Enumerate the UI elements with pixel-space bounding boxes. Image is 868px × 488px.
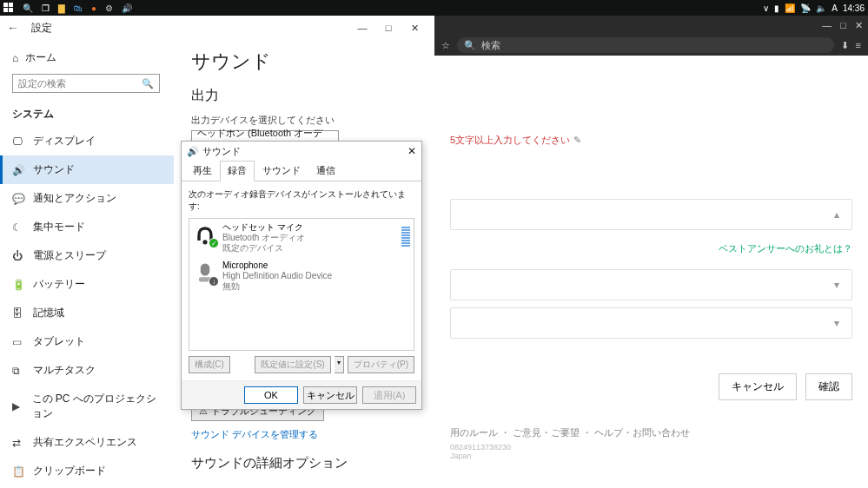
battery-icon: 🔋 (12, 279, 24, 291)
manage-devices-link[interactable]: サウンド デバイスを管理する (191, 428, 417, 441)
chevron-down-icon: ▾ (834, 279, 839, 291)
ok-button[interactable]: OK (244, 386, 298, 404)
notify-icon: 💬 (12, 193, 24, 205)
start-button[interactable] (3, 3, 14, 13)
home-button[interactable]: ⌂ ホーム (0, 45, 174, 70)
favorite-icon[interactable]: ☆ (441, 40, 450, 51)
dialog-description: 次のオーディオ録音デバイスがインストールされています: (189, 188, 414, 213)
close-button[interactable]: ✕ (401, 19, 427, 36)
volume-icon[interactable]: 🔊 (122, 3, 132, 13)
nav-item-clipboard[interactable]: 📋クリップボード (0, 457, 174, 485)
nav-label: タブレット (33, 334, 85, 349)
edit-icon[interactable]: ✎ (573, 135, 581, 146)
nav-item-display[interactable]: 🖵ディスプレイ (0, 127, 174, 155)
advanced-heading: サウンドの詳細オプション (191, 455, 417, 472)
tray-battery-icon[interactable]: ▮ (774, 3, 779, 13)
device-row[interactable]: ↓MicrophoneHigh Definition Audio Device無… (189, 257, 414, 295)
dialog-close-button[interactable]: ✕ (407, 145, 416, 157)
nav-label: 電源とスリープ (33, 248, 106, 263)
settings-search-input[interactable]: 設定の検索 🔍 (12, 74, 160, 93)
nav-label: この PC へのプロジェクション (32, 392, 162, 421)
clock[interactable]: 14:36 (843, 3, 865, 13)
nav-item-power[interactable]: ⏻電源とスリープ (0, 241, 174, 270)
address-search-input[interactable]: 🔍 検索 (457, 37, 834, 53)
shared-icon: ⇄ (12, 437, 24, 449)
tab-0[interactable]: 再生 (185, 161, 220, 181)
taskview-icon[interactable]: ❐ (42, 3, 50, 13)
tab-1[interactable]: 録音 (220, 161, 255, 181)
settings-icon[interactable]: ⚙ (105, 3, 113, 13)
multitask-icon: ⧉ (12, 365, 24, 377)
device-icon: ✓ (193, 222, 217, 247)
chevron-up-icon: ▴ (834, 208, 839, 221)
tray-chevron-icon[interactable]: ∨ (763, 3, 769, 13)
tablet-icon: ▭ (12, 336, 24, 348)
firefox-icon[interactable]: ● (91, 3, 96, 13)
power-icon: ⏻ (12, 250, 24, 262)
device-row[interactable]: ✓ヘッドセット マイクBluetooth オーディオ既定のデバイス (189, 219, 414, 257)
nav-label: バッテリー (33, 277, 85, 292)
nav-item-battery[interactable]: 🔋バッテリー (0, 270, 174, 299)
explorer-icon[interactable]: ▇ (58, 3, 65, 13)
answer-card[interactable]: ▾ (450, 269, 852, 300)
nav-item-tablet[interactable]: ▭タブレット (0, 327, 174, 356)
store-icon[interactable]: 🛍 (74, 3, 83, 13)
sound-icon: 🔊 (187, 146, 199, 157)
tray-vol-icon[interactable]: 🔈 (816, 3, 826, 13)
nav-item-notify[interactable]: 💬通知とアクション (0, 184, 174, 213)
set-default-caret[interactable]: ▾ (335, 356, 344, 373)
nav-item-shared[interactable]: ⇄共有エクスペリエンス (0, 428, 174, 457)
browser-close-button[interactable]: ✕ (855, 20, 863, 31)
search-icon: 🔍 (464, 40, 476, 51)
device-list[interactable]: ✓ヘッドセット マイクBluetooth オーディオ既定のデバイス↓Microp… (189, 218, 414, 351)
nav-item-storage[interactable]: 🗄記憶域 (0, 299, 174, 327)
nav-item-project[interactable]: ▶この PC へのプロジェクション (0, 385, 174, 428)
tray-signal-icon[interactable]: 📶 (785, 3, 795, 13)
settings-titlebar: ← 設定 — □ ✕ (0, 16, 434, 40)
nav-item-multitask[interactable]: ⧉マルチタスク (0, 356, 174, 385)
tab-3[interactable]: 通信 (308, 161, 343, 181)
svg-rect-1 (201, 264, 210, 276)
sound-dialog: 🔊 サウンド ✕ 再生録音サウンド通信 次のオーディオ録音デバイスがインストール… (181, 141, 422, 410)
properties-button[interactable]: プロパティ(P) (348, 356, 414, 373)
page-cancel-button[interactable]: キャンセル (719, 373, 797, 400)
prompt-text: 5文字以上入力してください (450, 134, 570, 147)
best-answer-link[interactable]: ベストアンサーへのお礼とは？ (450, 242, 852, 255)
browser-window: — □ ✕ ☆ 🔍 検索 ⬇ ≡ 5文字以上入力してください ✎ ▴ ベストアン… (434, 16, 868, 488)
download-icon[interactable]: ⬇ (841, 40, 849, 51)
dialog-tabs: 再生録音サウンド通信 (182, 161, 421, 181)
tray-wifi-icon[interactable]: 📡 (800, 3, 811, 13)
ime-indicator[interactable]: A (832, 3, 838, 13)
browser-maximize-button[interactable]: □ (840, 20, 846, 30)
nav-item-sound[interactable]: 🔊サウンド (0, 155, 174, 184)
tab-2[interactable]: サウンド (255, 161, 308, 181)
search-icon[interactable]: 🔍 (23, 3, 33, 13)
sound-icon: 🔊 (12, 164, 24, 176)
answer-card[interactable]: ▾ (450, 307, 852, 339)
settings-sidebar: ⌂ ホーム 設定の検索 🔍 システム 🖵ディスプレイ🔊サウンド💬通知とアクション… (0, 40, 174, 488)
minimize-button[interactable]: — (349, 19, 375, 36)
dialog-titlebar: 🔊 サウンド ✕ (182, 142, 421, 161)
browser-minimize-button[interactable]: — (822, 20, 832, 30)
configure-button[interactable]: 構成(C) (189, 356, 230, 373)
answer-card[interactable]: ▴ (450, 199, 852, 230)
nav-group-system: システム (0, 102, 174, 127)
nav-item-focus[interactable]: ☾集中モード (0, 213, 174, 241)
page-confirm-button[interactable]: 確認 (805, 373, 852, 400)
maximize-button[interactable]: □ (375, 19, 401, 36)
apply-button[interactable]: 適用(A) (362, 386, 416, 404)
set-default-button[interactable]: 既定値に設定(S) (255, 356, 330, 373)
home-label: ホーム (25, 50, 56, 65)
menu-icon[interactable]: ≡ (856, 40, 861, 50)
dialog-title: サウンド (202, 145, 241, 158)
storage-icon: 🗄 (12, 307, 24, 320)
nav-label: 共有エクスペリエンス (33, 435, 137, 450)
output-device-label: 出力デバイスを選択してください (191, 114, 417, 127)
cancel-button[interactable]: キャンセル (303, 386, 357, 404)
page-footer-meta: 08249113738230 Japan (450, 443, 852, 460)
search-placeholder: 検索 (481, 39, 500, 52)
back-button[interactable]: ← (7, 21, 19, 35)
nav-label: クリップボード (33, 464, 106, 478)
nav-label: 集中モード (33, 220, 85, 234)
input-prompt: 5文字以上入力してください ✎ (450, 134, 852, 147)
